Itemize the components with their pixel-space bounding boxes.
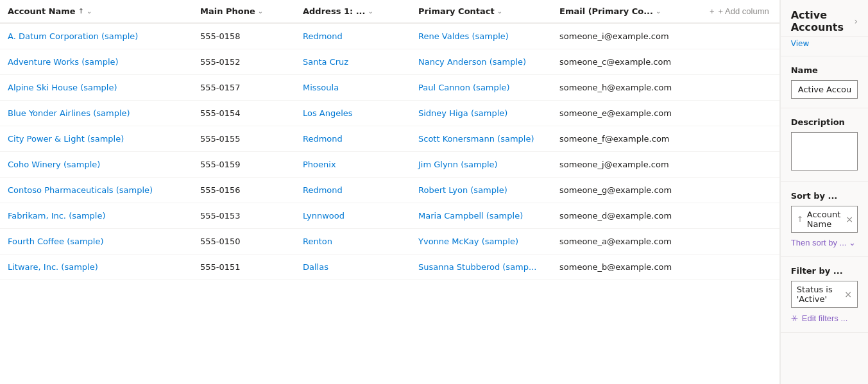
table-row[interactable]: Adventure Works (sample)555-0152Santa Cr… <box>0 49 779 75</box>
cell-8-3[interactable]: Yvonne McKay (sample) <box>411 229 552 254</box>
cell-5-2[interactable]: Phoenix <box>295 152 411 177</box>
cell-0-4: someone_i@example.com <box>552 24 699 49</box>
table-row[interactable]: Coho Winery (sample)555-0159PhoenixJim G… <box>0 152 779 178</box>
cell-8-2[interactable]: Renton <box>295 229 411 254</box>
description-label: Description <box>791 117 858 127</box>
right-panel-subtitle[interactable]: View <box>781 37 868 56</box>
col-header-2[interactable]: Address 1: ...⌄ <box>295 0 411 22</box>
right-panel-header: Active Accounts › <box>781 0 868 37</box>
col-chevron-icon: ⌄ <box>497 8 502 15</box>
cell-3-0[interactable]: Blue Yonder Airlines (sample) <box>0 101 192 126</box>
col-label-1: Main Phone <box>200 6 255 16</box>
cell-1-0[interactable]: Adventure Works (sample) <box>0 49 192 74</box>
cell-1-3[interactable]: Nancy Anderson (sample) <box>411 49 552 74</box>
cell-4-1: 555-0155 <box>192 126 295 151</box>
cell-9-1: 555-0151 <box>192 255 295 280</box>
table-row[interactable]: A. Datum Corporation (sample)555-0158Red… <box>0 24 779 49</box>
cell-3-2[interactable]: Los Angeles <box>295 101 411 126</box>
cell-7-1: 555-0153 <box>192 203 295 228</box>
name-input[interactable] <box>791 80 858 99</box>
cell-7-2[interactable]: Lynnwood <box>295 203 411 228</box>
filter-chip-label: Status is 'Active' <box>797 285 841 304</box>
cell-5-3[interactable]: Jim Glynn (sample) <box>411 152 552 177</box>
col-header-0[interactable]: Account Name↑⌄ <box>0 0 192 22</box>
filter-section-label: Filter by ... <box>791 266 858 276</box>
col-header-1[interactable]: Main Phone⌄ <box>192 0 295 22</box>
description-section: Description <box>781 108 868 182</box>
sort-section-label: Sort by ... <box>791 191 858 201</box>
table-row[interactable]: Fourth Coffee (sample)555-0150RentonYvon… <box>0 229 779 255</box>
cell-4-2[interactable]: Redmond <box>295 126 411 151</box>
sort-chip-label: Account Name <box>807 210 841 229</box>
table-row[interactable]: Blue Yonder Airlines (sample)555-0154Los… <box>0 101 779 126</box>
add-column-label: + Add column <box>719 6 769 16</box>
cell-9-0[interactable]: Litware, Inc. (sample) <box>0 255 192 280</box>
filter-icon: ⚹ <box>791 313 798 323</box>
cell-3-4: someone_e@example.com <box>552 101 699 126</box>
description-textarea[interactable] <box>791 132 858 171</box>
filter-chip-close-button[interactable]: × <box>844 289 852 299</box>
cell-0-1: 555-0158 <box>192 24 295 49</box>
table-panel: Account Name↑⌄Main Phone⌄Address 1: ...⌄… <box>0 0 780 384</box>
table-row[interactable]: Alpine Ski House (sample)555-0157Missoul… <box>0 75 779 101</box>
then-sort-label: Then sort by ... <box>791 238 847 247</box>
col-label-4: Email (Primary Co... <box>559 6 653 16</box>
then-sort-chevron-icon: ⌄ <box>849 238 856 247</box>
cell-0-2[interactable]: Redmond <box>295 24 411 49</box>
cell-8-0[interactable]: Fourth Coffee (sample) <box>0 229 192 254</box>
sort-section: Sort by ... ↑ Account Name × Then sort b… <box>781 182 868 257</box>
col-chevron-icon: ⌄ <box>368 8 373 15</box>
cell-2-3[interactable]: Paul Cannon (sample) <box>411 75 552 100</box>
cell-6-3[interactable]: Robert Lyon (sample) <box>411 178 552 203</box>
add-column-button[interactable]: + + Add column <box>699 0 779 22</box>
col-chevron-icon: ⌄ <box>87 8 92 15</box>
col-header-4[interactable]: Email (Primary Co...⌄ <box>552 0 699 22</box>
cell-6-0[interactable]: Contoso Pharmaceuticals (sample) <box>0 178 192 203</box>
table-row[interactable]: City Power & Light (sample)555-0155Redmo… <box>0 126 779 152</box>
cell-1-1: 555-0152 <box>192 49 295 74</box>
cell-5-4: someone_j@example.com <box>552 152 699 177</box>
cell-8-1: 555-0150 <box>192 229 295 254</box>
sort-asc-icon: ↑ <box>78 7 84 15</box>
cell-2-4: someone_h@example.com <box>552 75 699 100</box>
cell-7-3[interactable]: Maria Campbell (sample) <box>411 203 552 228</box>
cell-7-0[interactable]: Fabrikam, Inc. (sample) <box>0 203 192 228</box>
cell-5-0[interactable]: Coho Winery (sample) <box>0 152 192 177</box>
table-row[interactable]: Fabrikam, Inc. (sample)555-0153LynnwoodM… <box>0 203 779 229</box>
table-row[interactable]: Litware, Inc. (sample)555-0151DallasSusa… <box>0 255 779 280</box>
cell-6-2[interactable]: Redmond <box>295 178 411 203</box>
col-label-3: Primary Contact <box>418 6 495 16</box>
cell-9-2[interactable]: Dallas <box>295 255 411 280</box>
table-row[interactable]: Contoso Pharmaceuticals (sample)555-0156… <box>0 178 779 203</box>
sort-up-icon: ↑ <box>797 215 803 224</box>
cell-4-3[interactable]: Scott Konersmann (sample) <box>411 126 552 151</box>
cell-0-0[interactable]: A. Datum Corporation (sample) <box>0 24 192 49</box>
cell-1-2[interactable]: Santa Cruz <box>295 49 411 74</box>
sort-chip-close-button[interactable]: × <box>844 214 855 224</box>
right-panel-chevron-icon[interactable]: › <box>854 16 858 26</box>
table-header-row: Account Name↑⌄Main Phone⌄Address 1: ...⌄… <box>0 0 779 24</box>
col-label-2: Address 1: ... <box>303 6 366 16</box>
col-chevron-icon: ⌄ <box>258 8 263 15</box>
cell-7-4: someone_d@example.com <box>552 203 699 228</box>
cell-0-3[interactable]: Rene Valdes (sample) <box>411 24 552 49</box>
cell-6-1: 555-0156 <box>192 178 295 203</box>
cell-5-1: 555-0159 <box>192 152 295 177</box>
cell-2-0[interactable]: Alpine Ski House (sample) <box>0 75 192 100</box>
cell-4-4: someone_f@example.com <box>552 126 699 151</box>
cell-3-3[interactable]: Sidney Higa (sample) <box>411 101 552 126</box>
cell-8-4: someone_a@example.com <box>552 229 699 254</box>
table-body: A. Datum Corporation (sample)555-0158Red… <box>0 24 779 384</box>
cell-4-0[interactable]: City Power & Light (sample) <box>0 126 192 151</box>
cell-9-3[interactable]: Susanna Stubberod (samp... <box>411 255 552 280</box>
cell-9-4: someone_b@example.com <box>552 255 699 280</box>
plus-icon: + <box>710 6 715 16</box>
edit-filters-button[interactable]: ⚹ Edit filters ... <box>791 313 848 323</box>
right-panel: Active Accounts › View Name Description … <box>780 0 868 384</box>
sort-chip: ↑ Account Name × <box>791 206 858 233</box>
col-header-3[interactable]: Primary Contact⌄ <box>411 0 552 22</box>
edit-filters-label: Edit filters ... <box>802 313 848 323</box>
name-section: Name <box>781 56 868 108</box>
then-sort-button[interactable]: Then sort by ... ⌄ <box>791 238 856 247</box>
cell-2-2[interactable]: Missoula <box>295 75 411 100</box>
